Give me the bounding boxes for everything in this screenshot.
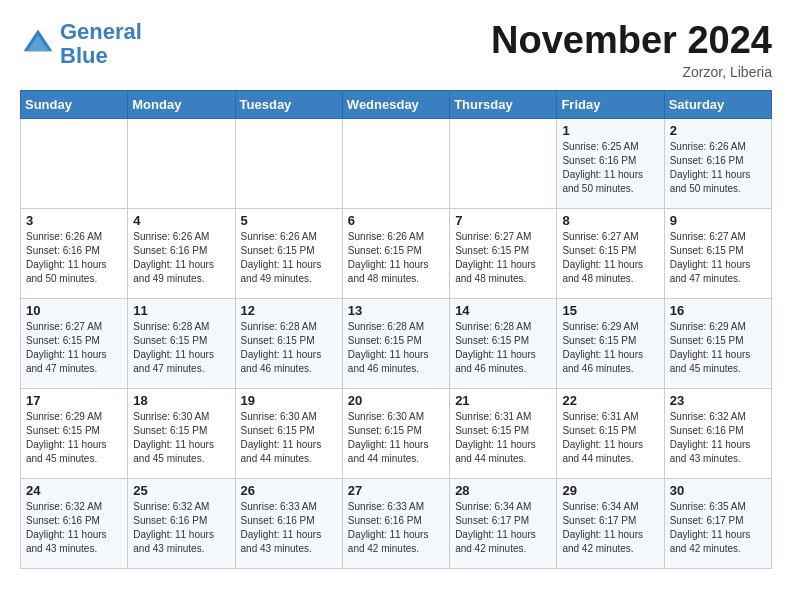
day-number: 14 (455, 303, 551, 318)
calendar-cell: 24Sunrise: 6:32 AM Sunset: 6:16 PM Dayli… (21, 478, 128, 568)
day-number: 1 (562, 123, 658, 138)
calendar-cell: 29Sunrise: 6:34 AM Sunset: 6:17 PM Dayli… (557, 478, 664, 568)
calendar-cell: 3Sunrise: 6:26 AM Sunset: 6:16 PM Daylig… (21, 208, 128, 298)
day-info: Sunrise: 6:34 AM Sunset: 6:17 PM Dayligh… (455, 500, 551, 556)
day-info: Sunrise: 6:31 AM Sunset: 6:15 PM Dayligh… (562, 410, 658, 466)
day-info: Sunrise: 6:29 AM Sunset: 6:15 PM Dayligh… (26, 410, 122, 466)
calendar-cell: 4Sunrise: 6:26 AM Sunset: 6:16 PM Daylig… (128, 208, 235, 298)
week-row-3: 10Sunrise: 6:27 AM Sunset: 6:15 PM Dayli… (21, 298, 772, 388)
calendar-cell: 30Sunrise: 6:35 AM Sunset: 6:17 PM Dayli… (664, 478, 771, 568)
day-number: 11 (133, 303, 229, 318)
calendar-cell: 15Sunrise: 6:29 AM Sunset: 6:15 PM Dayli… (557, 298, 664, 388)
calendar-cell: 17Sunrise: 6:29 AM Sunset: 6:15 PM Dayli… (21, 388, 128, 478)
day-info: Sunrise: 6:29 AM Sunset: 6:15 PM Dayligh… (562, 320, 658, 376)
page-header: General Blue November 2024 Zorzor, Liber… (20, 20, 772, 80)
day-number: 20 (348, 393, 444, 408)
day-info: Sunrise: 6:30 AM Sunset: 6:15 PM Dayligh… (133, 410, 229, 466)
header-thursday: Thursday (450, 90, 557, 118)
calendar-cell: 1Sunrise: 6:25 AM Sunset: 6:16 PM Daylig… (557, 118, 664, 208)
day-info: Sunrise: 6:31 AM Sunset: 6:15 PM Dayligh… (455, 410, 551, 466)
day-number: 28 (455, 483, 551, 498)
day-number: 25 (133, 483, 229, 498)
day-info: Sunrise: 6:34 AM Sunset: 6:17 PM Dayligh… (562, 500, 658, 556)
day-number: 24 (26, 483, 122, 498)
day-number: 22 (562, 393, 658, 408)
month-title: November 2024 (491, 20, 772, 62)
day-info: Sunrise: 6:26 AM Sunset: 6:16 PM Dayligh… (133, 230, 229, 286)
day-number: 19 (241, 393, 337, 408)
calendar-cell: 14Sunrise: 6:28 AM Sunset: 6:15 PM Dayli… (450, 298, 557, 388)
logo-text: General Blue (60, 20, 142, 68)
day-number: 6 (348, 213, 444, 228)
calendar-cell: 2Sunrise: 6:26 AM Sunset: 6:16 PM Daylig… (664, 118, 771, 208)
calendar-cell: 11Sunrise: 6:28 AM Sunset: 6:15 PM Dayli… (128, 298, 235, 388)
calendar-cell: 25Sunrise: 6:32 AM Sunset: 6:16 PM Dayli… (128, 478, 235, 568)
calendar-cell: 28Sunrise: 6:34 AM Sunset: 6:17 PM Dayli… (450, 478, 557, 568)
calendar-cell (342, 118, 449, 208)
day-number: 23 (670, 393, 766, 408)
day-number: 4 (133, 213, 229, 228)
calendar-cell: 22Sunrise: 6:31 AM Sunset: 6:15 PM Dayli… (557, 388, 664, 478)
title-block: November 2024 Zorzor, Liberia (491, 20, 772, 80)
calendar-cell: 6Sunrise: 6:26 AM Sunset: 6:15 PM Daylig… (342, 208, 449, 298)
day-info: Sunrise: 6:27 AM Sunset: 6:15 PM Dayligh… (26, 320, 122, 376)
day-info: Sunrise: 6:30 AM Sunset: 6:15 PM Dayligh… (241, 410, 337, 466)
calendar-cell: 23Sunrise: 6:32 AM Sunset: 6:16 PM Dayli… (664, 388, 771, 478)
day-info: Sunrise: 6:26 AM Sunset: 6:16 PM Dayligh… (26, 230, 122, 286)
week-row-4: 17Sunrise: 6:29 AM Sunset: 6:15 PM Dayli… (21, 388, 772, 478)
calendar-cell: 18Sunrise: 6:30 AM Sunset: 6:15 PM Dayli… (128, 388, 235, 478)
day-number: 12 (241, 303, 337, 318)
day-info: Sunrise: 6:35 AM Sunset: 6:17 PM Dayligh… (670, 500, 766, 556)
day-number: 10 (26, 303, 122, 318)
day-info: Sunrise: 6:27 AM Sunset: 6:15 PM Dayligh… (670, 230, 766, 286)
logo: General Blue (20, 20, 142, 68)
day-number: 3 (26, 213, 122, 228)
day-number: 26 (241, 483, 337, 498)
calendar-cell: 26Sunrise: 6:33 AM Sunset: 6:16 PM Dayli… (235, 478, 342, 568)
week-row-5: 24Sunrise: 6:32 AM Sunset: 6:16 PM Dayli… (21, 478, 772, 568)
week-row-1: 1Sunrise: 6:25 AM Sunset: 6:16 PM Daylig… (21, 118, 772, 208)
day-info: Sunrise: 6:33 AM Sunset: 6:16 PM Dayligh… (348, 500, 444, 556)
day-info: Sunrise: 6:27 AM Sunset: 6:15 PM Dayligh… (562, 230, 658, 286)
calendar-cell (21, 118, 128, 208)
header-sunday: Sunday (21, 90, 128, 118)
day-info: Sunrise: 6:30 AM Sunset: 6:15 PM Dayligh… (348, 410, 444, 466)
day-number: 18 (133, 393, 229, 408)
day-info: Sunrise: 6:32 AM Sunset: 6:16 PM Dayligh… (670, 410, 766, 466)
day-number: 7 (455, 213, 551, 228)
day-number: 8 (562, 213, 658, 228)
day-number: 9 (670, 213, 766, 228)
calendar-cell (450, 118, 557, 208)
day-info: Sunrise: 6:28 AM Sunset: 6:15 PM Dayligh… (348, 320, 444, 376)
calendar-cell: 8Sunrise: 6:27 AM Sunset: 6:15 PM Daylig… (557, 208, 664, 298)
header-tuesday: Tuesday (235, 90, 342, 118)
calendar-cell: 7Sunrise: 6:27 AM Sunset: 6:15 PM Daylig… (450, 208, 557, 298)
calendar-cell: 21Sunrise: 6:31 AM Sunset: 6:15 PM Dayli… (450, 388, 557, 478)
location: Zorzor, Liberia (491, 64, 772, 80)
day-info: Sunrise: 6:28 AM Sunset: 6:15 PM Dayligh… (455, 320, 551, 376)
logo-icon (20, 26, 56, 62)
calendar-cell: 27Sunrise: 6:33 AM Sunset: 6:16 PM Dayli… (342, 478, 449, 568)
day-number: 29 (562, 483, 658, 498)
week-row-2: 3Sunrise: 6:26 AM Sunset: 6:16 PM Daylig… (21, 208, 772, 298)
day-number: 30 (670, 483, 766, 498)
day-info: Sunrise: 6:32 AM Sunset: 6:16 PM Dayligh… (26, 500, 122, 556)
calendar-cell: 13Sunrise: 6:28 AM Sunset: 6:15 PM Dayli… (342, 298, 449, 388)
day-number: 15 (562, 303, 658, 318)
day-info: Sunrise: 6:26 AM Sunset: 6:15 PM Dayligh… (348, 230, 444, 286)
day-info: Sunrise: 6:33 AM Sunset: 6:16 PM Dayligh… (241, 500, 337, 556)
day-number: 13 (348, 303, 444, 318)
day-info: Sunrise: 6:26 AM Sunset: 6:16 PM Dayligh… (670, 140, 766, 196)
day-info: Sunrise: 6:28 AM Sunset: 6:15 PM Dayligh… (133, 320, 229, 376)
day-info: Sunrise: 6:32 AM Sunset: 6:16 PM Dayligh… (133, 500, 229, 556)
day-info: Sunrise: 6:29 AM Sunset: 6:15 PM Dayligh… (670, 320, 766, 376)
day-number: 21 (455, 393, 551, 408)
calendar-table: SundayMondayTuesdayWednesdayThursdayFrid… (20, 90, 772, 569)
calendar-header-row: SundayMondayTuesdayWednesdayThursdayFrid… (21, 90, 772, 118)
calendar-cell (235, 118, 342, 208)
calendar-cell (128, 118, 235, 208)
day-info: Sunrise: 6:26 AM Sunset: 6:15 PM Dayligh… (241, 230, 337, 286)
day-number: 16 (670, 303, 766, 318)
calendar-cell: 10Sunrise: 6:27 AM Sunset: 6:15 PM Dayli… (21, 298, 128, 388)
calendar-cell: 5Sunrise: 6:26 AM Sunset: 6:15 PM Daylig… (235, 208, 342, 298)
